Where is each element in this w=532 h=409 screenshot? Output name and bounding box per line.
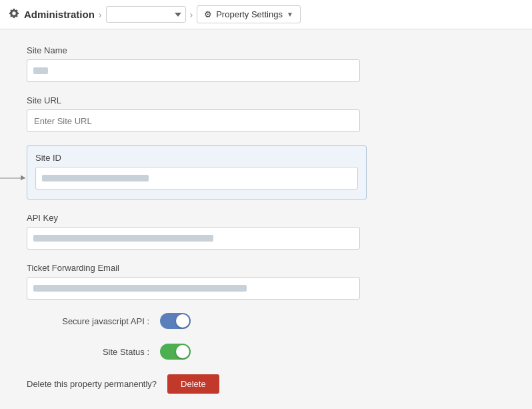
site-name-input[interactable]: [27, 59, 360, 82]
delete-label: Delete this property permanently?: [27, 379, 157, 389]
site-name-label: Site Name: [27, 45, 453, 55]
site-id-box: Site ID: [27, 145, 367, 199]
site-id-masked: [42, 175, 149, 181]
site-status-thumb: [176, 345, 189, 358]
ticket-email-masked: [33, 285, 247, 292]
gear-icon-header: [8, 7, 20, 21]
secure-js-toggle-row: Secure javascript API :: [27, 313, 453, 329]
property-settings-caret-icon: ▼: [287, 11, 293, 18]
breadcrumb-select[interactable]: [106, 6, 186, 23]
site-name-masked: [33, 67, 48, 74]
site-url-label: Site URL: [27, 95, 453, 105]
breadcrumb-chevron-2: ›: [190, 9, 193, 20]
api-key-masked: [33, 235, 213, 242]
admin-nav-item[interactable]: Administration: [8, 7, 95, 21]
arrow-line: [0, 178, 25, 179]
site-id-label: Site ID: [35, 153, 358, 163]
site-id-group: Site ID: [27, 145, 453, 199]
delete-row: Delete this property permanently? Delete: [27, 374, 453, 394]
site-url-input[interactable]: [27, 109, 360, 132]
property-settings-gear-icon: ⚙: [204, 9, 212, 19]
main-content: Site Name Site URL Site ID API Key: [0, 29, 480, 409]
delete-button[interactable]: Delete: [167, 374, 219, 394]
site-status-label: Site Status :: [27, 347, 160, 357]
breadcrumb-chevron-1: ›: [99, 9, 102, 20]
secure-js-thumb: [176, 314, 189, 328]
secure-js-label: Secure javascript API :: [27, 316, 160, 326]
ticket-email-group: Ticket Forwarding Email: [27, 263, 453, 300]
property-settings-button[interactable]: ⚙ Property Settings ▼: [197, 5, 301, 23]
api-key-label: API Key: [27, 213, 453, 223]
header-breadcrumb: Administration › › ⚙ Property Settings ▼: [0, 0, 532, 29]
ticket-email-label: Ticket Forwarding Email: [27, 263, 453, 273]
api-key-group: API Key: [27, 213, 453, 250]
site-status-toggle-row: Site Status :: [27, 344, 453, 360]
site-id-annotation-row: [35, 167, 358, 189]
property-settings-label: Property Settings: [216, 9, 283, 19]
annotation-arrow: [0, 178, 25, 179]
admin-label: Administration: [24, 9, 95, 20]
site-status-toggle[interactable]: [160, 344, 191, 360]
site-url-group: Site URL: [27, 95, 453, 132]
secure-js-toggle[interactable]: [160, 313, 191, 329]
site-name-group: Site Name: [27, 45, 453, 82]
